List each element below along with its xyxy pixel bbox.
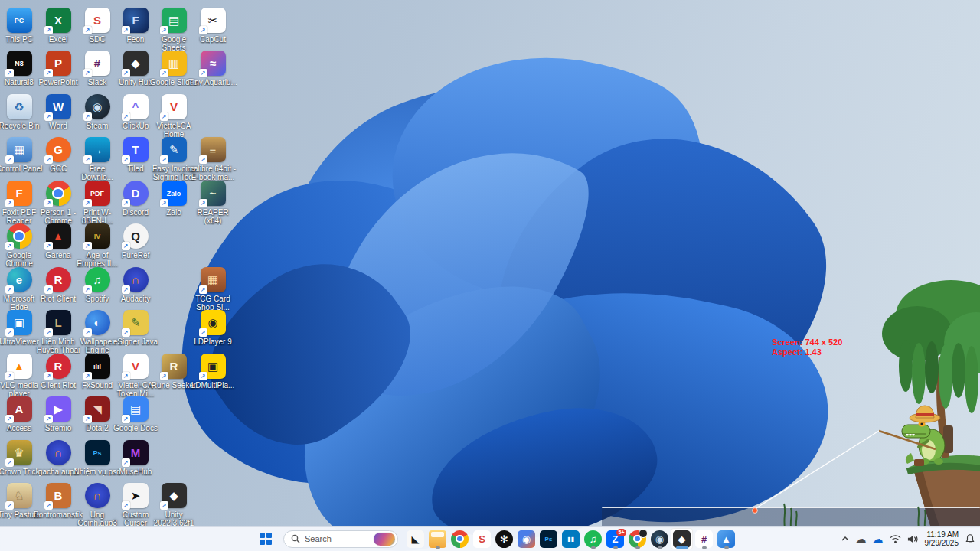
shortcut-arrow-badge: ↗ xyxy=(83,328,92,337)
shortcut-arrow-badge: ↗ xyxy=(122,199,130,207)
shortcut-arrow-badge: ↗ xyxy=(122,285,130,294)
taskbar-sdc[interactable]: S xyxy=(471,528,493,549)
shortcut-arrow-badge: ↗ xyxy=(122,155,130,164)
screen-overlay-text: Screen: 744 x 520 Aspect: 1.43 xyxy=(772,337,842,357)
cloud-app-icon[interactable]: ☁ xyxy=(856,533,867,544)
spotify-icon: ♫↗ xyxy=(85,267,110,292)
notification-bell-icon[interactable] xyxy=(965,533,975,544)
powerpoint-icon: P↗ xyxy=(46,51,71,76)
shortcut-arrow-badge: ↗ xyxy=(199,372,207,380)
desktop-icons: PCThis PCX↗ExcelS↗SDCF↗Feon▤↗Google Shee… xyxy=(0,0,980,551)
tray-date: 9/29/2025 xyxy=(925,539,959,547)
google-chrome-icon xyxy=(451,530,469,548)
hidden-icons-chevron[interactable] xyxy=(841,534,850,543)
microsoft-edge-icon: e↗ xyxy=(7,267,32,292)
viettel-ca-token-icon: V↗ xyxy=(123,354,149,379)
taskbar-app-window[interactable]: ◣ xyxy=(404,528,426,549)
bontromanstik-icon: B↗ xyxy=(46,483,71,508)
desktop-icon-reaper[interactable]: ~↗REAPER (x64) xyxy=(188,181,237,225)
taskbar-photos[interactable]: ▲ xyxy=(715,528,737,549)
onedrive-icon[interactable]: ☁ xyxy=(873,533,884,544)
shortcut-arrow-badge: ↗ xyxy=(122,328,130,337)
search-box[interactable]: Search xyxy=(283,530,398,548)
sdc-icon: S xyxy=(473,530,491,548)
taskbar-chatgpt[interactable]: ✻ xyxy=(493,528,515,549)
shortcut-arrow-badge: ↗ xyxy=(122,458,130,467)
taskbar-creative-app[interactable]: ◉ xyxy=(515,528,537,549)
desktop-icon-unity-editor[interactable]: ◆↗Unity 2022.3.62f1 xyxy=(149,483,198,527)
riot-client-icon: R↗ xyxy=(46,267,71,292)
wallpaper-engine-icon: ◐↗ xyxy=(85,310,110,335)
taskbar-steam[interactable]: ◉ xyxy=(648,528,671,549)
desktop-icon-google-docs[interactable]: ▤↗Google Docs xyxy=(111,396,160,432)
app-window-icon: ◣ xyxy=(407,530,424,548)
slack-icon: # xyxy=(695,530,713,548)
desktop-icon-label: TCG Card Shop Si... xyxy=(188,295,237,311)
desktop-icon-musehub[interactable]: M↗MuseHub xyxy=(111,440,160,476)
shortcut-arrow-badge: ↗ xyxy=(44,112,53,121)
creative-app-icon: ◉ xyxy=(518,530,535,548)
shortcut-arrow-badge: ↗ xyxy=(122,26,130,34)
google-docs-icon: ▤↗ xyxy=(123,396,149,422)
shortcut-arrow-badge: ↗ xyxy=(83,199,92,207)
running-indicator xyxy=(436,546,440,549)
tcg-card-shop-icon: ▦↗ xyxy=(201,267,226,292)
taskbar-spotify[interactable]: ♫ xyxy=(582,528,604,549)
dota2-icon: ◥↗ xyxy=(85,396,110,422)
volume-icon[interactable] xyxy=(907,534,919,544)
crown-trick-icon: ♛↗ xyxy=(7,440,32,465)
taskbar-file-explorer[interactable] xyxy=(426,528,449,549)
taskbar-zalo[interactable]: Z5+ xyxy=(604,528,626,549)
unity-hub-icon: ◆↗ xyxy=(123,51,149,76)
running-indicator xyxy=(635,546,640,549)
calibre-icon: ≡↗ xyxy=(201,137,226,162)
gacha-aup3-icon: ∩ xyxy=(46,440,71,465)
excel-icon: X↗ xyxy=(46,8,71,33)
desktop-icon-audacity[interactable]: ∩↗Audacity xyxy=(111,267,160,303)
taskbar-chrome-profile[interactable] xyxy=(626,528,648,549)
wifi-icon[interactable] xyxy=(890,534,901,544)
desktop-icon-esigner-java[interactable]: ✎↗eSigner Java xyxy=(111,310,160,346)
taskbar-photoshop[interactable]: Ps xyxy=(537,528,560,549)
desktop-icon-ldmultiplayer[interactable]: ▣↗LDMultiPla... xyxy=(188,354,237,390)
desktop-icon-label: Viettel-CA Home xyxy=(149,122,198,139)
capcut-icon: ✂↗ xyxy=(201,8,226,33)
shortcut-arrow-badge: ↗ xyxy=(83,242,92,250)
shortcut-arrow-badge: ↗ xyxy=(83,26,92,34)
taskbar-unity[interactable]: ◆ xyxy=(671,528,693,549)
start-button[interactable] xyxy=(254,529,277,549)
shortcut-arrow-badge: ↗ xyxy=(83,372,92,380)
easy-invoice-icon: ✎↗ xyxy=(162,137,187,162)
google-sheets-icon: ▤↗ xyxy=(162,8,187,33)
desktop-icon-label: PureRef xyxy=(111,251,160,259)
lien-minh-huyen-thoai-icon: L↗ xyxy=(46,310,71,335)
taskbar-slack[interactable]: # xyxy=(693,528,715,549)
rune-seeker-icon: R↗ xyxy=(162,354,187,379)
shortcut-arrow-badge: ↗ xyxy=(44,372,53,380)
natural8-icon: N8↗ xyxy=(7,51,32,76)
overlay-aspect: Aspect: 1.43 xyxy=(772,347,842,357)
desktop-icon-label: Unity 2022.3.62f1 xyxy=(149,510,198,527)
person1-chrome-icon: ↗ xyxy=(46,181,71,206)
tray-clock[interactable]: 11:19 AM 9/29/2025 xyxy=(925,530,959,547)
shortcut-arrow-badge: ↗ xyxy=(5,458,14,467)
shortcut-arrow-badge: ↗ xyxy=(122,372,130,380)
search-placeholder: Search xyxy=(305,534,332,543)
desktop-icon-pureref[interactable]: Q↗PureRef xyxy=(111,223,160,259)
desktop-icon-tcg-card-shop[interactable]: ▦↗TCG Card Shop Si... xyxy=(188,267,237,311)
shortcut-arrow-badge: ↗ xyxy=(122,69,130,77)
desktop-icon-calibre[interactable]: ≡↗calibre 64bit - E-book ma... xyxy=(188,137,237,181)
taskbar-trello[interactable]: ▮▮ xyxy=(560,528,582,549)
windows-logo-icon xyxy=(260,533,272,545)
shortcut-arrow-badge: ↗ xyxy=(83,69,92,77)
desktop-icon-capcut[interactable]: ✂↗CapCut xyxy=(188,8,237,44)
shortcut-arrow-badge: ↗ xyxy=(44,415,53,423)
taskbar-google-chrome[interactable] xyxy=(449,528,471,549)
desktop-icon-viettel-ca-home[interactable]: V↗Viettel-CA Home xyxy=(149,94,198,139)
running-indicator xyxy=(724,546,729,549)
desktop-icon-ldplayer9[interactable]: ◉↗LDPlayer 9 xyxy=(188,310,237,346)
this-pc-icon: PC xyxy=(7,8,32,33)
reaper-icon: ~↗ xyxy=(201,181,226,206)
desktop-icon-tiny-aquarium[interactable]: ≈↗Tiny Aquariu... xyxy=(188,51,237,86)
running-indicator xyxy=(676,546,688,549)
